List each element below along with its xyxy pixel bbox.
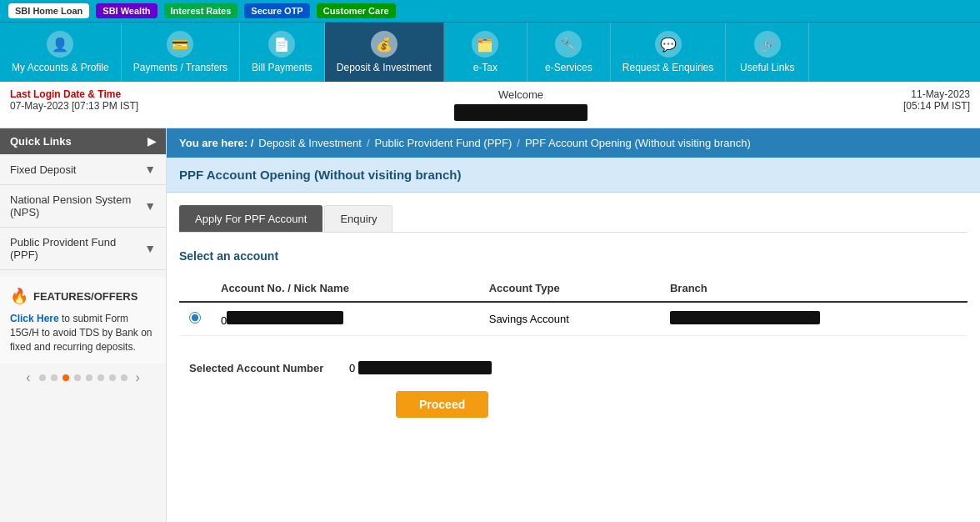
carousel-dot-7[interactable] [109, 374, 116, 381]
account-type-cell: Savings Account [479, 302, 660, 336]
sidebar: Quick Links ▶ Fixed Deposit ▼ National P… [0, 128, 167, 522]
table-header-account-type: Account Type [479, 275, 660, 302]
branch-cell [660, 302, 968, 336]
you-are-here-label: You are here: / [179, 137, 253, 149]
page-title: PPF Account Opening (Without visiting br… [167, 158, 980, 193]
features-title: 🔥 FEATURES/OFFERS [10, 287, 156, 305]
breadcrumb-deposit[interactable]: Deposit & Investment [258, 137, 362, 149]
welcome-box: Welcome [138, 88, 903, 121]
carousel-dots: ‹ › [0, 364, 166, 392]
request-icon: 💬 [655, 31, 682, 58]
tab-enquiry[interactable]: Enquiry [324, 205, 392, 232]
account-number-cell: 0 [211, 302, 479, 336]
carousel-dot-4[interactable] [74, 374, 81, 381]
table-header-branch: Branch [660, 275, 968, 302]
carousel-next-arrow[interactable]: › [132, 370, 143, 385]
tab-bar: Apply For PPF Account Enquiry [179, 205, 968, 233]
table-header-radio [179, 275, 211, 302]
bill-payments-icon: 📄 [268, 31, 295, 58]
features-box: 🔥 FEATURES/OFFERS Click Here to submit F… [0, 277, 166, 364]
nav-etax[interactable]: 🗂️ e-Tax [444, 23, 528, 82]
deposit-icon: 💰 [371, 31, 398, 58]
nps-arrow-icon: ▼ [144, 199, 156, 213]
tab-apply-ppf[interactable]: Apply For PPF Account [179, 205, 322, 232]
nav-payments[interactable]: 💳 Payments / Transfers [122, 23, 240, 82]
carousel-dot-5[interactable] [86, 374, 92, 381]
content-area: You are here: / Deposit & Investment / P… [167, 128, 980, 522]
quick-links-header[interactable]: Quick Links ▶ [0, 128, 166, 154]
account-radio-input[interactable] [189, 312, 201, 324]
nav-bar: 👤 My Accounts & Profile 💳 Payments / Tra… [0, 23, 980, 82]
branch-redacted [670, 311, 820, 324]
proceed-button-wrapper: Proceed [179, 391, 968, 418]
breadcrumb-ppf[interactable]: Public Provident Fund (PPF) [375, 137, 512, 149]
eservices-icon: 🔧 [555, 31, 582, 58]
account-table: Account No. / Nick Name Account Type Bra… [179, 275, 968, 336]
my-accounts-icon: 👤 [47, 31, 73, 58]
carousel-dot-1[interactable] [39, 374, 46, 381]
fixed-deposit-arrow-icon: ▼ [144, 163, 156, 176]
proceed-button[interactable]: Proceed [396, 391, 488, 418]
customer-care-link[interactable]: Customer Care [317, 3, 396, 18]
breadcrumb-sep-1: / [367, 137, 370, 149]
welcome-text: Welcome [498, 88, 543, 101]
selected-account-row: Selected Account Number 0 [179, 353, 968, 383]
quick-links-arrow-icon: ▶ [148, 135, 156, 148]
user-name-redacted [454, 104, 588, 121]
nav-useful-links[interactable]: 🔗 Useful Links [726, 23, 809, 82]
ppf-arrow-icon: ▼ [144, 242, 156, 255]
features-link[interactable]: Click Here [10, 313, 59, 324]
login-info: Last Login Date & Time 07-May-2023 [07:1… [10, 88, 138, 112]
carousel-dot-3[interactable] [62, 374, 69, 381]
sidebar-item-ppf[interactable]: Public Provident Fund (PPF) ▼ [0, 228, 166, 270]
top-banner: SBI Home Loan SBI Wealth Interest Rates … [0, 0, 980, 23]
breadcrumb-current: PPF Account Opening (Without visiting br… [525, 137, 751, 149]
header-info: Last Login Date & Time 07-May-2023 [07:1… [0, 82, 980, 128]
features-text: Click Here to submit Form 15G/H to avoid… [10, 312, 156, 354]
carousel-dot-2[interactable] [51, 374, 58, 381]
features-icon: 🔥 [10, 287, 28, 305]
sidebar-item-nps[interactable]: National Pension System (NPS) ▼ [0, 185, 166, 228]
sidebar-item-fixed-deposit[interactable]: Fixed Deposit ▼ [0, 154, 166, 185]
useful-links-icon: 🔗 [754, 31, 781, 58]
interest-rates-link[interactable]: Interest Rates [164, 3, 238, 18]
selected-account-redacted [358, 361, 492, 374]
payments-icon: 💳 [167, 31, 193, 58]
nav-deposit-investment[interactable]: 💰 Deposit & Investment [325, 23, 444, 82]
account-number-redacted [227, 311, 343, 324]
secure-otp-link[interactable]: Secure OTP [244, 3, 309, 18]
carousel-dot-8[interactable] [121, 374, 128, 381]
form-section: Select an account Account No. / Nick Nam… [167, 233, 980, 434]
login-time: 11-May-2023 [05:14 PM IST] [903, 88, 970, 112]
nav-bill-payments[interactable]: 📄 Bill Payments [240, 23, 325, 82]
nav-request-enquiries[interactable]: 💬 Request & Enquiries [611, 23, 726, 82]
table-header-account-no: Account No. / Nick Name [211, 275, 479, 302]
login-date: 07-May-2023 [07:13 PM IST] [10, 100, 138, 112]
nav-eservices[interactable]: 🔧 e-Services [528, 23, 611, 82]
breadcrumb: You are here: / Deposit & Investment / P… [167, 128, 980, 158]
login-label: Last Login Date & Time [10, 88, 138, 100]
main-wrapper: Quick Links ▶ Fixed Deposit ▼ National P… [0, 128, 980, 522]
sbi-wealth-link[interactable]: SBI Wealth [96, 3, 157, 18]
etax-icon: 🗂️ [472, 31, 498, 58]
nav-my-accounts[interactable]: 👤 My Accounts & Profile [0, 23, 122, 82]
breadcrumb-sep-2: / [517, 137, 520, 149]
home-loan-link[interactable]: SBI Home Loan [8, 3, 89, 18]
table-row: 0 Savings Account [179, 302, 968, 336]
selected-account-label: Selected Account Number [189, 362, 339, 374]
selected-account-value: 0 [349, 361, 492, 374]
select-account-label: Select an account [179, 249, 968, 263]
carousel-prev-arrow[interactable]: ‹ [22, 370, 33, 385]
carousel-dot-6[interactable] [98, 374, 104, 381]
account-radio-cell[interactable] [179, 302, 211, 336]
